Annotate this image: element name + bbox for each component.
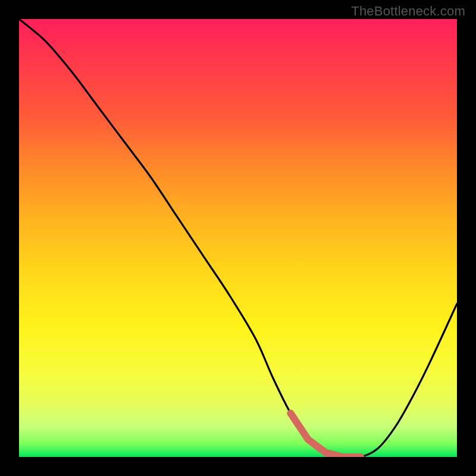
minimum-marker <box>290 413 361 457</box>
watermark-text: TheBottleneck.com <box>351 4 465 19</box>
chart-frame: TheBottleneck.com <box>0 0 476 476</box>
curve-path <box>19 19 457 457</box>
plot-area <box>19 19 457 457</box>
bottleneck-curve <box>19 19 457 457</box>
